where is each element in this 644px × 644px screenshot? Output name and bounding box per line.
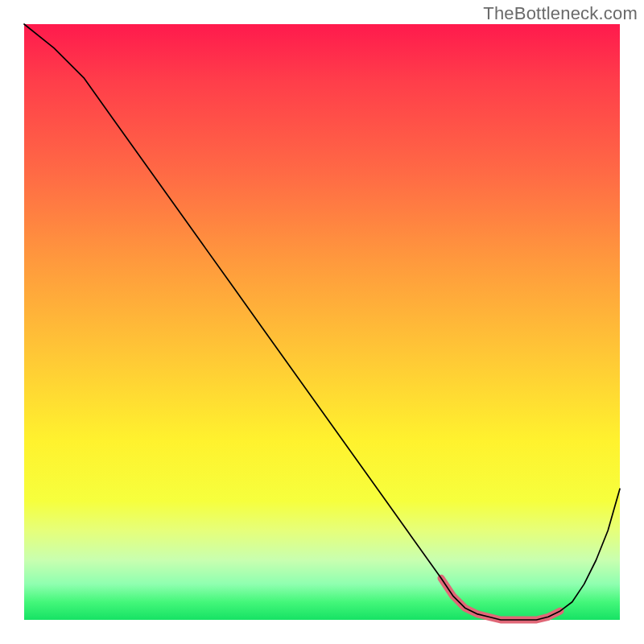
sweet-spot-marker-band: [441, 578, 560, 620]
watermark-text: TheBottleneck.com: [483, 3, 638, 24]
bottleneck-curve-line: [24, 24, 620, 620]
chart-container: TheBottleneck.com: [0, 0, 644, 644]
chart-svg: [24, 24, 620, 620]
plot-gradient-background: [24, 24, 620, 620]
